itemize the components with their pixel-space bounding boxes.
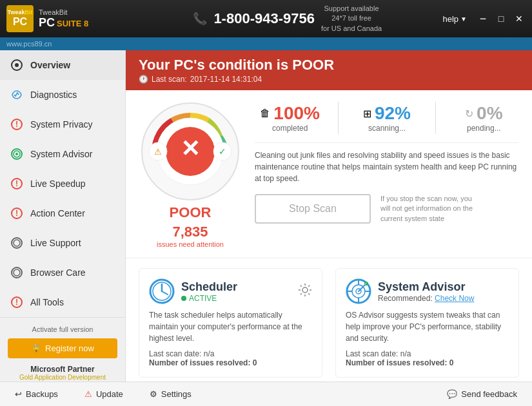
action-icon: ! xyxy=(10,206,24,220)
scheduler-settings-icon xyxy=(298,283,312,300)
stop-scan-button[interactable]: Stop Scan xyxy=(255,194,371,224)
help-label: help xyxy=(443,14,459,24)
main-layout: Overview Diagnostics ! System Privacy Sy… xyxy=(0,50,532,382)
sidebar-label-overview: Overview xyxy=(30,60,70,70)
sidebar-label-browser: Browser Care xyxy=(30,267,86,278)
advisor-card-title: System Advisor xyxy=(378,280,474,294)
status-bar: Your PC's condition is POOR 🕐 Last scan:… xyxy=(126,50,532,90)
scheduler-title: Scheduler xyxy=(181,280,237,294)
sidebar-item-browser[interactable]: Browser Care xyxy=(0,258,125,287)
sidebar-item-tools[interactable]: ! All Tools xyxy=(0,287,125,317)
logo-area: TweakBit PC TweakBit PC SUITE 8 xyxy=(6,5,132,32)
support-text: Support available24*7 toll freefor US an… xyxy=(321,4,382,34)
sidebar-item-action[interactable]: ! Action Center xyxy=(0,198,125,228)
advisor-card: ✓ System Advisor Recommended: Check Now … xyxy=(335,268,519,378)
sidebar-item-overview[interactable]: Overview xyxy=(0,50,125,80)
help-button[interactable]: help ▼ xyxy=(443,14,467,24)
sidebar-item-advisor[interactable]: System Advisor xyxy=(0,139,125,169)
sidebar-item-support[interactable]: Live Support xyxy=(0,228,125,258)
cards-row: Scheduler ACTIVE The task scheduler help… xyxy=(126,258,532,382)
content-area: Your PC's condition is POOR 🕐 Last scan:… xyxy=(126,50,532,382)
status-title: Your PC's condition is POOR xyxy=(139,57,334,73)
logo-pc: PC xyxy=(39,16,55,30)
gauge-container: ✕ ✓ ⚠ POOR 7,835 issues need attention xyxy=(139,100,242,248)
register-button[interactable]: 🔒 Register now xyxy=(8,338,117,358)
issues-text: issues need attention xyxy=(139,240,242,248)
maximize-button[interactable]: □ xyxy=(495,12,507,25)
footer-feedback[interactable]: 💬 Send feedback xyxy=(442,386,522,402)
sidebar-label-support: Live Support xyxy=(30,238,81,248)
minimize-button[interactable]: − xyxy=(477,12,489,25)
footer-backups[interactable]: ↩ Backups xyxy=(10,386,63,402)
scheduler-issues: Number of issues resolved: 0 xyxy=(149,358,312,367)
logo-icon: TweakBit PC xyxy=(6,5,34,32)
sidebar-item-privacy[interactable]: ! System Privacy xyxy=(0,110,125,139)
feedback-label: Send feedback xyxy=(461,389,517,399)
gauge-label: POOR xyxy=(139,204,242,221)
help-dropdown-icon: ▼ xyxy=(460,15,467,23)
advisor-desc: OS Advisor suggests system tweaks that c… xyxy=(346,309,509,344)
feedback-icon: 💬 xyxy=(447,389,457,399)
last-scan-label: Last scan: xyxy=(152,75,187,84)
refresh-icon: ↻ xyxy=(465,108,473,120)
svg-text:!: ! xyxy=(15,179,18,188)
phone-icon: 📞 xyxy=(193,12,207,26)
sidebar-item-speedup[interactable]: ! Live Speedup xyxy=(0,169,125,198)
settings-icon: ⚙ xyxy=(150,389,157,399)
stat-pending: ↻ 0% pending... xyxy=(449,100,519,136)
ms-gold-text: Gold Application Development xyxy=(8,374,117,381)
svg-text:!: ! xyxy=(15,120,18,129)
stat-divider-2 xyxy=(435,102,436,134)
svg-line-29 xyxy=(162,291,168,295)
overview-icon xyxy=(10,58,24,72)
sidebar-label-diagnostics: Diagnostics xyxy=(30,90,77,100)
sidebar-label-advisor: System Advisor xyxy=(30,149,92,159)
scan-stats: 🗑 100% completed ⊞ 92% scanning... xyxy=(255,100,519,224)
scan-action: Stop Scan If you stop the scan now, you … xyxy=(255,194,519,224)
advisor-recommended: Recommended: Check Now xyxy=(378,294,474,303)
svg-text:✓: ✓ xyxy=(364,282,367,285)
advisor-check-now-link[interactable]: Check Now xyxy=(435,294,474,303)
scan-description: Cleaning out junk files and resolving st… xyxy=(255,150,519,184)
register-label: Register now xyxy=(45,343,94,353)
speedup-icon: ! xyxy=(10,177,24,191)
svg-text:!: ! xyxy=(15,298,18,307)
stat-completed-pct: 100% xyxy=(273,103,320,124)
scheduler-status: ACTIVE xyxy=(181,294,237,303)
scheduler-status-dot xyxy=(181,296,186,301)
stat-pending-pct: 0% xyxy=(477,103,502,124)
svg-text:!: ! xyxy=(15,209,18,218)
window-controls: − □ ✕ xyxy=(477,12,526,25)
sidebar-bottom: Activate full version 🔒 Register now Mic… xyxy=(0,317,125,389)
sidebar-label-speedup: Live Speedup xyxy=(30,179,86,189)
watermark-bar: www.pcs89.cn xyxy=(0,37,532,50)
stat-scanning-label: scanning... xyxy=(355,124,419,133)
stat-scanning: ⊞ 92% scanning... xyxy=(351,100,422,136)
stat-scanning-pct: 92% xyxy=(375,103,411,124)
footer-settings[interactable]: ⚙ Settings xyxy=(144,386,197,402)
scheduler-footer: Last scan date: n/a Number of issues res… xyxy=(149,349,312,367)
stat-completed-label: completed xyxy=(258,124,322,133)
svg-text:✕: ✕ xyxy=(181,135,200,162)
svg-point-12 xyxy=(14,240,20,246)
header: TweakBit PC TweakBit PC SUITE 8 📞 1-800-… xyxy=(0,0,532,37)
scheduler-card-header: Scheduler ACTIVE xyxy=(149,278,312,304)
footer-update[interactable]: ⚠ Update xyxy=(79,386,128,402)
settings-label: Settings xyxy=(161,389,192,399)
logo-tweak: TweakBit xyxy=(39,8,88,16)
phone-number: 1-800-943-9756 xyxy=(213,10,315,27)
update-icon: ⚠ xyxy=(84,389,92,399)
tools-icon: ! xyxy=(10,295,24,309)
trash-icon: 🗑 xyxy=(260,108,270,119)
support-icon xyxy=(10,236,24,250)
logo-suite: SUITE 8 xyxy=(57,19,88,28)
close-button[interactable]: ✕ xyxy=(513,12,526,25)
logo-text: TweakBit PC SUITE 8 xyxy=(39,8,88,30)
activate-text: Activate full version xyxy=(8,325,117,333)
watermark-text: www.pcs89.cn xyxy=(6,40,52,48)
stat-pending-label: pending... xyxy=(452,124,516,133)
sidebar-item-diagnostics[interactable]: Diagnostics xyxy=(0,80,125,110)
svg-point-14 xyxy=(14,269,20,276)
backups-icon: ↩ xyxy=(15,389,22,399)
scheduler-last-scan: Last scan date: n/a xyxy=(149,349,312,358)
